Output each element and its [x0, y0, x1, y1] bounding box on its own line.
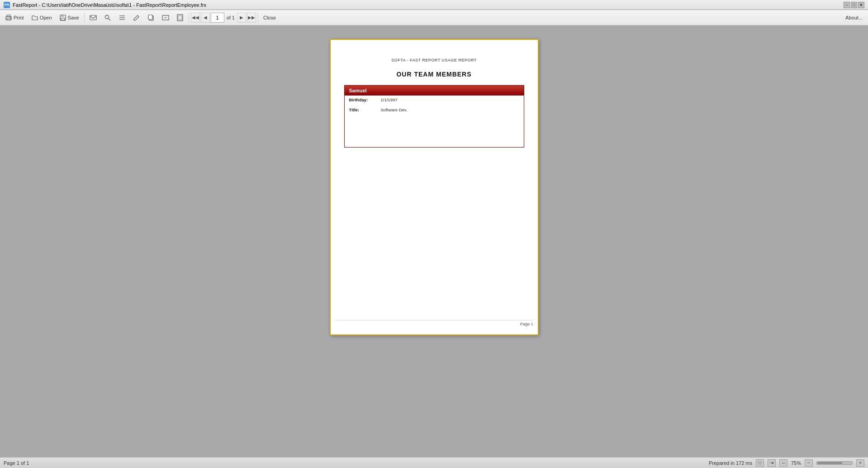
report-content: SOFTA - FAST REPORT USAGE REPORT OUR TEA…: [331, 40, 538, 157]
report-title: OUR TEAM MEMBERS: [344, 71, 524, 78]
title-label: Title:: [349, 107, 381, 112]
title-bar: FR FastReport - C:\Users\latif\OneDrive\…: [0, 0, 868, 10]
report-subtitle: SOFTA - FAST REPORT USAGE REPORT: [344, 58, 524, 62]
first-page-button[interactable]: ◀◀: [191, 13, 200, 23]
print-label: Print: [14, 15, 24, 20]
window-controls: − □ ✕: [844, 2, 864, 8]
maximize-button[interactable]: □: [851, 2, 857, 8]
search-button[interactable]: [101, 12, 114, 24]
svg-rect-6: [61, 18, 65, 20]
open-icon: [31, 14, 38, 21]
svg-rect-18: [178, 16, 182, 19]
zoom-page-button[interactable]: ⇥: [768, 459, 776, 467]
edit-button[interactable]: [130, 12, 143, 24]
zoom-width-button[interactable]: ↔: [779, 459, 787, 467]
zoom-fit-button[interactable]: □: [756, 459, 764, 467]
separator-1: [84, 13, 85, 23]
page-number: Page 1: [520, 322, 533, 326]
copy-button[interactable]: [144, 12, 158, 24]
page-input[interactable]: 1: [211, 13, 224, 23]
fit-width-button[interactable]: [159, 12, 172, 24]
zoom-out-button[interactable]: −: [805, 459, 813, 467]
print-icon: [5, 14, 12, 21]
toolbar: Print Open Save: [0, 10, 868, 25]
svg-line-9: [109, 19, 110, 20]
list-button[interactable]: [115, 12, 129, 24]
fit-page-icon: [176, 14, 184, 21]
birthday-value: 1/1/1997: [381, 97, 398, 102]
prepared-info: Prepared in 172 ms: [709, 460, 752, 466]
next-page-button[interactable]: ▶: [237, 13, 246, 23]
about-button[interactable]: About...: [842, 14, 866, 22]
svg-rect-5: [61, 15, 64, 17]
status-bar: Page 1 of 1 Prepared in 172 ms □ ⇥ ↔ 75%…: [0, 457, 868, 468]
page-navigation: ◀◀ ◀ 1 of 1 ▶ ▶▶: [191, 13, 256, 23]
employee-card: Samuel Birthday: 1/1/1997 Title: Softwar…: [344, 85, 524, 148]
zoom-slider[interactable]: [816, 461, 853, 465]
save-icon: [59, 14, 66, 21]
svg-rect-7: [90, 15, 96, 20]
email-icon: [90, 14, 97, 21]
zoom-in-button[interactable]: +: [856, 459, 864, 467]
minimize-button[interactable]: −: [844, 2, 850, 8]
separator-3: [258, 13, 258, 23]
svg-point-3: [10, 17, 11, 18]
copy-icon: [147, 14, 155, 21]
employee-details: Birthday: 1/1/1997 Title: Software Dev.: [345, 96, 524, 147]
status-right: Prepared in 172 ms □ ⇥ ↔ 75% − +: [709, 459, 864, 467]
title-row: Title: Software Dev.: [345, 105, 524, 115]
status-page-info: Page 1 of 1: [4, 460, 29, 466]
app-icon: FR: [4, 2, 10, 8]
birthday-row: Birthday: 1/1/1997: [345, 96, 524, 105]
edit-icon: [133, 14, 140, 21]
print-button[interactable]: Print: [2, 12, 27, 24]
fit-page-button[interactable]: [173, 12, 187, 24]
about-label: About...: [845, 15, 863, 20]
email-button[interactable]: [86, 12, 100, 24]
title-bar-text: FastReport - C:\Users\latif\OneDrive\Mas…: [13, 2, 206, 8]
main-area: SOFTA - FAST REPORT USAGE REPORT OUR TEA…: [0, 25, 868, 457]
separator-2: [189, 13, 189, 23]
close-label: Close: [263, 15, 276, 20]
title-value: Software Dev.: [381, 107, 408, 112]
employee-header: Samuel: [345, 86, 524, 96]
save-button[interactable]: Save: [56, 12, 82, 24]
open-button[interactable]: Open: [28, 12, 55, 24]
search-icon: [104, 14, 111, 21]
save-label: Save: [68, 15, 79, 20]
birthday-label: Birthday:: [349, 97, 381, 102]
last-page-button[interactable]: ▶▶: [247, 13, 256, 23]
employee-spacer: [345, 115, 524, 147]
open-label: Open: [40, 15, 52, 20]
employee-name: Samuel: [349, 88, 367, 93]
close-button[interactable]: Close: [260, 12, 279, 24]
report-page: SOFTA - FAST REPORT USAGE REPORT OUR TEA…: [330, 39, 539, 335]
report-footer: Page 1: [335, 320, 533, 326]
page-of-text: of 1: [225, 15, 236, 20]
svg-point-8: [105, 15, 109, 19]
zoom-level: 75%: [791, 460, 801, 466]
svg-rect-14: [148, 15, 152, 19]
prev-page-button[interactable]: ◀: [201, 13, 210, 23]
close-button[interactable]: ✕: [858, 2, 864, 8]
fit-width-icon: [162, 14, 169, 21]
list-icon: [119, 14, 126, 21]
